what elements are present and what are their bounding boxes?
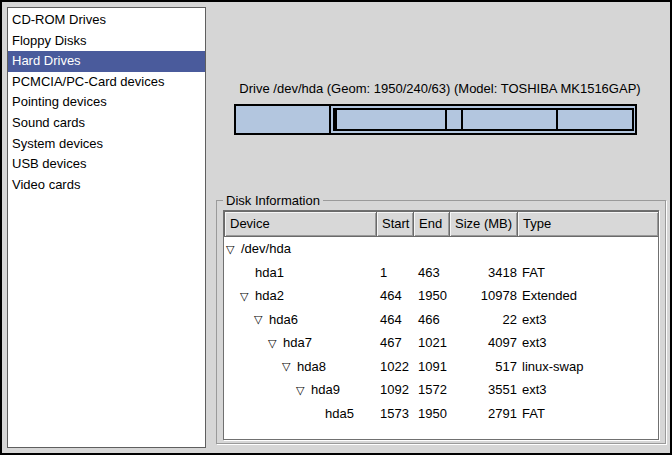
device-cell: ▽hda7 [224, 331, 376, 355]
table-row-hda1[interactable]: hda114633418FAT [224, 261, 658, 285]
drive-info-label: Drive /dev/hda (Geom: 1950/240/63) (Mode… [214, 81, 666, 97]
size-cell: 3418 [449, 261, 517, 285]
expander-slot: ▽ [282, 355, 297, 379]
sidebar-item-hard-drives[interactable]: Hard Drives [8, 51, 205, 72]
expander-slot: ▽ [240, 284, 255, 308]
size-cell [449, 237, 517, 261]
end-cell: 1950 [414, 402, 449, 426]
sidebar-item-system-devices[interactable]: System devices [8, 134, 205, 155]
expander-open-icon[interactable]: ▽ [254, 313, 262, 326]
type-cell: FAT [522, 402, 658, 426]
table-row-hda2[interactable]: ▽hda2464195010978Extended [224, 284, 658, 308]
disk-information-frame-label: Disk Information [223, 193, 323, 208]
start-cell: 464 [377, 284, 413, 308]
partition-bar [234, 104, 637, 135]
end-cell: 1091 [414, 355, 449, 379]
device-name: hda6 [269, 308, 298, 332]
size-cell: 517 [449, 355, 517, 379]
device-name: hda2 [255, 284, 284, 308]
type-cell: ext3 [522, 331, 658, 355]
disk-information-frame: Disk Information Device Start End Size (… [216, 200, 666, 444]
start-cell: 1573 [377, 402, 413, 426]
type-cell: ext3 [522, 308, 658, 332]
size-cell: 2791 [449, 402, 517, 426]
device-name: hda7 [283, 331, 312, 355]
device-cell: ▽hda9 [224, 378, 376, 402]
start-cell: 464 [377, 308, 413, 332]
sidebar-item-floppy-disks[interactable]: Floppy Disks [8, 31, 205, 52]
disk-table-body: ▽/dev/hdahda114633418FAT▽hda246419501097… [224, 237, 658, 439]
sidebar-item-pointing-devices[interactable]: Pointing devices [8, 92, 205, 113]
device-name: /dev/hda [241, 237, 291, 261]
device-cell: ▽hda2 [224, 284, 376, 308]
end-cell: 1572 [414, 378, 449, 402]
size-cell: 10978 [449, 284, 517, 308]
device-name: hda5 [325, 402, 354, 426]
size-cell: 22 [449, 308, 517, 332]
sidebar-item-cd-rom-drives[interactable]: CD-ROM Drives [8, 10, 205, 31]
column-header-start[interactable]: Start [376, 211, 414, 237]
sidebar-item-sound-cards[interactable]: Sound cards [8, 113, 205, 134]
partition-segment-hda5 [556, 110, 632, 129]
device-name: hda8 [297, 355, 326, 379]
device-cell: ▽/dev/hda [224, 237, 376, 261]
expander-open-icon[interactable]: ▽ [282, 360, 290, 373]
partition-segment-hda8 [445, 110, 461, 129]
size-cell: 3551 [449, 378, 517, 402]
type-cell: ext3 [522, 378, 658, 402]
partition-segment-hda1 [236, 106, 331, 133]
sidebar-item-usb-devices[interactable]: USB devices [8, 154, 205, 175]
expander-open-icon[interactable]: ▽ [268, 337, 276, 350]
column-header-device[interactable]: Device [224, 211, 377, 237]
expander-open-icon[interactable]: ▽ [240, 290, 248, 303]
partition-segment-hda9 [461, 110, 557, 129]
partition-segment-hda2 [333, 108, 634, 131]
start-cell: 1092 [377, 378, 413, 402]
expander-slot: ▽ [296, 378, 311, 402]
end-cell: 1021 [414, 331, 449, 355]
device-cell: hda5 [224, 402, 376, 426]
device-name: hda1 [255, 261, 284, 285]
table-row-dev-hda[interactable]: ▽/dev/hda [224, 237, 658, 261]
column-header-end[interactable]: End [413, 211, 450, 237]
table-row-hda6[interactable]: ▽hda646446622ext3 [224, 308, 658, 332]
expander-slot: ▽ [254, 308, 269, 332]
table-row-hda9[interactable]: ▽hda9109215723551ext3 [224, 378, 658, 402]
expander-open-icon[interactable]: ▽ [296, 384, 304, 397]
table-row-hda7[interactable]: ▽hda746710214097ext3 [224, 331, 658, 355]
sidebar-item-pcmcia-pc-card-devices[interactable]: PCMCIA/PC-Card devices [8, 72, 205, 93]
expander-slot: ▽ [268, 331, 283, 355]
start-cell: 1 [377, 261, 413, 285]
end-cell: 466 [414, 308, 449, 332]
start-cell [377, 237, 413, 261]
table-row-hda5[interactable]: hda5157319502791FAT [224, 402, 658, 426]
end-cell: 1950 [414, 284, 449, 308]
type-cell [522, 237, 658, 261]
type-cell: FAT [522, 261, 658, 285]
type-cell: linux-swap [522, 355, 658, 379]
device-cell: hda1 [224, 261, 376, 285]
start-cell: 1022 [377, 355, 413, 379]
device-cell: ▽hda6 [224, 308, 376, 332]
expander-slot: ▽ [226, 237, 241, 261]
disk-table: Device Start End Size (MB) Type ▽/dev/hd… [223, 210, 659, 440]
sidebar-item-video-cards[interactable]: Video cards [8, 175, 205, 196]
device-cell: ▽hda8 [224, 355, 376, 379]
expander-open-icon[interactable]: ▽ [226, 243, 234, 256]
hardware-browser-window: CD-ROM DrivesFloppy DisksHard DrivesPCMC… [0, 0, 672, 455]
size-cell: 4097 [449, 331, 517, 355]
column-header-size[interactable]: Size (MB) [449, 211, 518, 237]
start-cell: 467 [377, 331, 413, 355]
table-row-hda8[interactable]: ▽hda810221091517linux-swap [224, 355, 658, 379]
device-name: hda9 [311, 378, 340, 402]
end-cell [414, 237, 449, 261]
end-cell: 463 [414, 261, 449, 285]
device-category-list: CD-ROM DrivesFloppy DisksHard DrivesPCMC… [7, 7, 206, 448]
partition-segment-hda7 [335, 110, 445, 129]
type-cell: Extended [522, 284, 658, 308]
column-header-type[interactable]: Type [517, 211, 659, 237]
